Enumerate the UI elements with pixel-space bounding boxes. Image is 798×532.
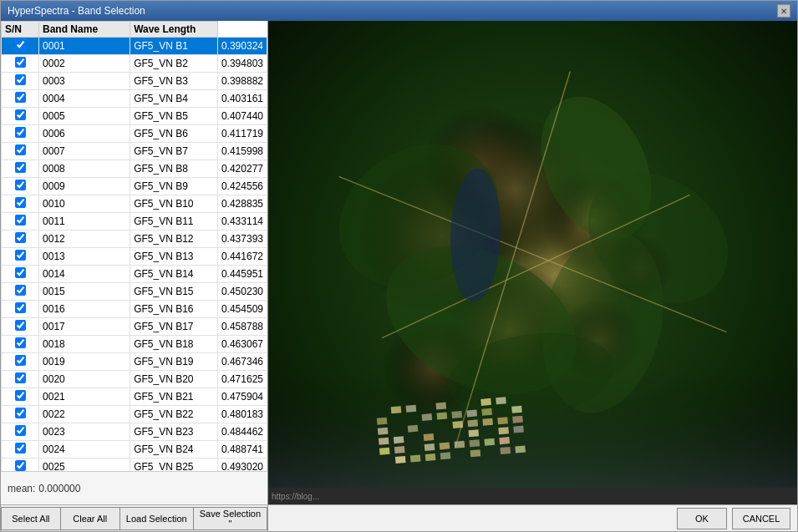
- row-wave-length: 0.445951: [217, 266, 267, 283]
- table-row[interactable]: 0015GF5_VN B150.450230: [2, 283, 267, 301]
- table-row[interactable]: 0010GF5_VN B100.428835: [2, 195, 267, 213]
- table-row[interactable]: 0012GF5_VN B120.437393: [2, 231, 267, 248]
- row-checkbox-cell: [2, 38, 39, 55]
- mean-label: mean:: [8, 483, 35, 494]
- row-band-name: GF5_VN B17: [130, 318, 218, 336]
- row-band-name: GF5_VN B11: [130, 213, 218, 231]
- table-row[interactable]: 0007GF5_VN B70.415998: [2, 143, 267, 160]
- row-band-name: GF5_VN B14: [130, 266, 218, 283]
- table-row[interactable]: 0014GF5_VN B140.445951: [2, 266, 267, 283]
- close-button[interactable]: ✕: [777, 4, 790, 18]
- band-checkbox[interactable]: [15, 408, 26, 418]
- row-wave-length: 0.493020: [217, 459, 267, 472]
- select-all-button[interactable]: Select All: [1, 507, 60, 530]
- table-row[interactable]: 0025GF5_VN B250.493020: [2, 459, 267, 472]
- table-row[interactable]: 0017GF5_VN B170.458788: [2, 318, 267, 336]
- row-band-name: GF5_VN B24: [130, 441, 218, 459]
- row-checkbox-cell: [2, 318, 39, 336]
- table-row[interactable]: 0008GF5_VN B80.420277: [2, 160, 267, 178]
- table-row[interactable]: 0003GF5_VN B30.398882: [2, 73, 267, 90]
- row-sn: 0025: [39, 459, 130, 472]
- band-checkbox[interactable]: [15, 144, 26, 155]
- row-sn: 0022: [39, 406, 130, 423]
- row-sn: 0012: [39, 231, 130, 248]
- row-band-name: GF5_VN B18: [130, 336, 218, 353]
- band-checkbox[interactable]: [15, 285, 26, 296]
- table-row[interactable]: 0013GF5_VN B130.441672: [2, 248, 267, 266]
- row-wave-length: 0.454509: [217, 301, 267, 318]
- row-sn: 0020: [39, 371, 130, 388]
- table-row[interactable]: 0023GF5_VN B230.484462: [2, 423, 267, 441]
- left-panel: S/N Band Name Wave Length 0001GF5_VN B10…: [1, 21, 268, 531]
- load-selection-button[interactable]: Load Selection: [119, 507, 193, 530]
- band-checkbox[interactable]: [15, 250, 26, 261]
- band-checkbox[interactable]: [15, 109, 26, 120]
- band-checkbox[interactable]: [15, 162, 26, 173]
- band-checkbox[interactable]: [15, 302, 26, 313]
- band-checkbox[interactable]: [15, 390, 26, 401]
- band-checkbox[interactable]: [15, 443, 26, 453]
- row-sn: 0005: [39, 108, 130, 125]
- band-checkbox[interactable]: [15, 337, 26, 348]
- table-row[interactable]: 0002GF5_VN B20.394803: [2, 55, 267, 73]
- save-selection-button[interactable]: Save Selection ": [193, 507, 267, 530]
- band-checkbox[interactable]: [15, 372, 26, 383]
- band-checkbox[interactable]: [15, 39, 26, 50]
- band-checkbox[interactable]: [15, 92, 26, 103]
- band-checkbox[interactable]: [15, 57, 26, 68]
- band-checkbox[interactable]: [15, 127, 26, 138]
- table-row[interactable]: 0019GF5_VN B190.467346: [2, 353, 267, 371]
- row-checkbox-cell: [2, 108, 39, 125]
- row-checkbox-cell: [2, 231, 39, 248]
- table-row[interactable]: 0011GF5_VN B110.433114: [2, 213, 267, 231]
- row-band-name: GF5_VN B12: [130, 231, 218, 248]
- row-band-name: GF5_VN B3: [130, 73, 218, 90]
- band-checkbox[interactable]: [15, 425, 26, 436]
- row-checkbox-cell: [2, 248, 39, 266]
- table-row[interactable]: 0005GF5_VN B50.407440: [2, 108, 267, 125]
- band-checkbox[interactable]: [15, 215, 26, 225]
- cancel-button[interactable]: CANCEL: [732, 508, 790, 529]
- table-row[interactable]: 0021GF5_VN B210.475904: [2, 388, 267, 406]
- row-wave-length: 0.467346: [217, 353, 267, 371]
- row-band-name: GF5_VN B19: [130, 353, 218, 371]
- row-checkbox-cell: [2, 55, 39, 73]
- band-checkbox[interactable]: [15, 267, 26, 278]
- row-sn: 0008: [39, 160, 130, 178]
- row-checkbox-cell: [2, 195, 39, 213]
- row-wave-length: 0.398882: [217, 73, 267, 90]
- table-row[interactable]: 0020GF5_VN B200.471625: [2, 371, 267, 388]
- table-row[interactable]: 0004GF5_VN B40.403161: [2, 90, 267, 108]
- row-band-name: GF5_VN B4: [130, 90, 218, 108]
- band-checkbox[interactable]: [15, 74, 26, 85]
- window-title: HyperSpectra - Band Selection: [8, 5, 145, 17]
- band-checkbox[interactable]: [15, 180, 26, 190]
- table-row[interactable]: 0016GF5_VN B160.454509: [2, 301, 267, 318]
- table-row[interactable]: 0022GF5_VN B220.480183: [2, 406, 267, 423]
- row-wave-length: 0.420277: [217, 160, 267, 178]
- table-row[interactable]: 0006GF5_VN B60.411719: [2, 125, 267, 143]
- row-wave-length: 0.463067: [217, 336, 267, 353]
- row-wave-length: 0.390324: [217, 38, 267, 55]
- row-checkbox-cell: [2, 371, 39, 388]
- ok-button[interactable]: OK: [677, 508, 727, 529]
- row-sn: 0016: [39, 301, 130, 318]
- band-checkbox[interactable]: [15, 197, 26, 208]
- mean-bar: mean: 0.000000: [1, 471, 267, 504]
- band-checkbox[interactable]: [15, 355, 26, 366]
- table-row[interactable]: 0001GF5_VN B10.390324: [2, 38, 267, 55]
- band-checkbox[interactable]: [15, 320, 26, 331]
- row-band-name: GF5_VN B2: [130, 55, 218, 73]
- row-wave-length: 0.458788: [217, 318, 267, 336]
- row-sn: 0009: [39, 178, 130, 195]
- table-row[interactable]: 0018GF5_VN B180.463067: [2, 336, 267, 353]
- row-wave-length: 0.415998: [217, 143, 267, 160]
- band-table-container[interactable]: S/N Band Name Wave Length 0001GF5_VN B10…: [1, 21, 267, 471]
- table-row[interactable]: 0009GF5_VN B90.424556: [2, 178, 267, 195]
- band-checkbox[interactable]: [15, 460, 26, 471]
- table-row[interactable]: 0024GF5_VN B240.488741: [2, 441, 267, 459]
- band-checkbox[interactable]: [15, 232, 26, 243]
- band-table: S/N Band Name Wave Length 0001GF5_VN B10…: [1, 21, 267, 471]
- clear-button[interactable]: Clear All: [60, 507, 119, 530]
- title-bar: HyperSpectra - Band Selection ✕: [1, 1, 797, 21]
